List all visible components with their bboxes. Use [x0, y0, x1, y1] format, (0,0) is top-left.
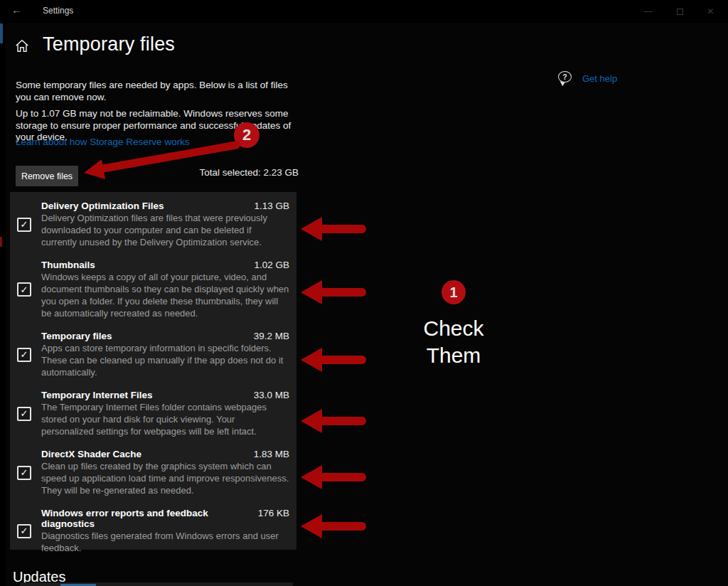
- checkbox-directx-shader-cache[interactable]: ✓: [17, 466, 31, 480]
- item-title: DirectX Shader Cache: [41, 449, 141, 459]
- back-icon[interactable]: ←: [11, 4, 22, 16]
- item-title: Temporary Internet Files: [41, 390, 153, 400]
- item-title: Thumbnails: [41, 260, 95, 270]
- title-bar: ← Settings — ✕: [0, 0, 728, 23]
- list-item-directx-shader-cache: ✓ DirectX Shader Cache 1.83 MB Clean up …: [17, 449, 289, 496]
- checkbox-error-reports[interactable]: ✓: [17, 524, 31, 538]
- app-title: Settings: [43, 6, 73, 16]
- item-size: 1.13 GB: [254, 201, 289, 211]
- list-item-temporary-files: ✓ Temporary files 39.2 MB Apps can store…: [17, 331, 289, 378]
- maximize-button[interactable]: [664, 0, 696, 23]
- annotation-arrow-row5: [301, 465, 366, 489]
- list-item-thumbnails: ✓ Thumbnails 1.02 GB Windows keeps a cop…: [17, 260, 289, 319]
- annotation-step1-badge: 1: [441, 280, 466, 304]
- temporary-files-list: ✓ Delivery Optimization Files 1.13 GB De…: [10, 192, 296, 550]
- get-help-link[interactable]: Get help: [582, 73, 617, 84]
- item-size: 176 KB: [258, 508, 289, 518]
- get-help[interactable]: ? Get help: [558, 71, 617, 85]
- annotation-arrow-row2: [301, 280, 366, 304]
- item-size: 1.83 MB: [254, 449, 289, 459]
- close-button[interactable]: ✕: [695, 0, 727, 23]
- left-edge-red-sliver: [0, 237, 2, 247]
- annotation-arrow-to-remove-button: [71, 114, 256, 185]
- annotation-check-them-label: Check Them: [404, 315, 503, 369]
- item-title: Delivery Optimization Files: [41, 201, 164, 211]
- item-description: The Temporary Internet Files folder cont…: [41, 401, 289, 437]
- item-size: 33.0 MB: [254, 390, 289, 400]
- annotation-arrow-row3: [301, 348, 366, 372]
- checkbox-thumbnails[interactable]: ✓: [17, 282, 31, 297]
- help-bubble-icon: ?: [558, 71, 574, 85]
- item-title: Windows error reports and feedback diagn…: [41, 508, 252, 529]
- annotation-arrow-row6: [301, 514, 366, 538]
- minimize-button[interactable]: —: [632, 0, 664, 23]
- item-title: Temporary files: [41, 331, 112, 341]
- item-description: Windows keeps a copy of all of your pict…: [41, 271, 289, 319]
- maximize-icon: [677, 9, 683, 15]
- list-item-delivery-optimization: ✓ Delivery Optimization Files 1.13 GB De…: [17, 201, 289, 248]
- item-size: 39.2 MB: [254, 331, 289, 341]
- item-description: Delivery Optimization files are files th…: [41, 212, 289, 248]
- annotation-arrow-row4: [301, 409, 366, 433]
- item-size: 1.02 GB: [254, 260, 289, 270]
- intro-paragraph-1: Some temporary files are needed by apps.…: [16, 80, 303, 103]
- item-description: Apps can store temporary information in …: [41, 342, 289, 378]
- list-item-temporary-internet-files: ✓ Temporary Internet Files 33.0 MB The T…: [17, 390, 289, 437]
- page-title: Temporary files: [43, 33, 175, 55]
- home-icon[interactable]: [14, 38, 30, 57]
- list-item-error-reports: ✓ Windows error reports and feedback dia…: [17, 508, 289, 554]
- remove-files-button[interactable]: Remove files: [16, 166, 78, 186]
- item-description: Diagnostics files generated from Windows…: [41, 530, 289, 554]
- left-edge-strip: [0, 23, 6, 586]
- checkbox-temporary-files[interactable]: ✓: [17, 348, 31, 362]
- left-edge-blue-sliver: [0, 23, 3, 43]
- annotation-arrow-row1: [301, 217, 366, 241]
- item-description: Clean up files created by the graphics s…: [41, 460, 289, 496]
- checkbox-temporary-internet-files[interactable]: ✓: [17, 407, 31, 421]
- checkbox-delivery-optimization[interactable]: ✓: [17, 218, 31, 232]
